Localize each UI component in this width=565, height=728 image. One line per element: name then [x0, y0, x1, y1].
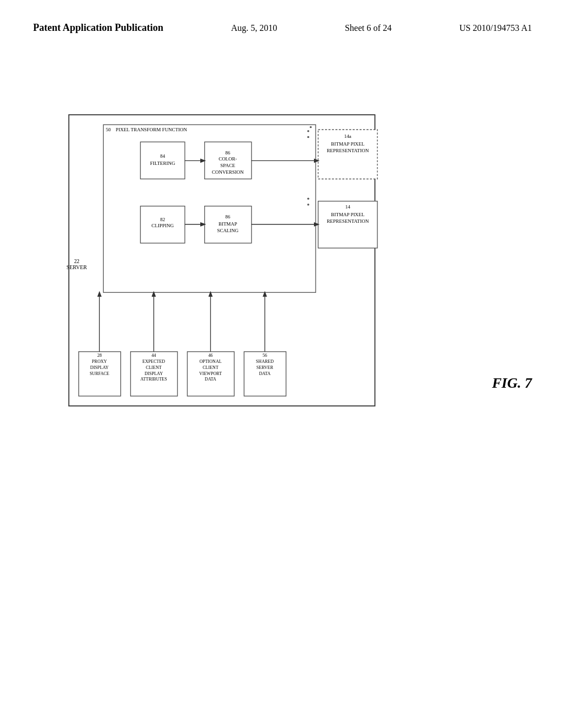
svg-text:OPTIONAL: OPTIONAL — [199, 359, 221, 364]
svg-point-62 — [307, 197, 310, 200]
svg-text:DISPLAY: DISPLAY — [145, 371, 163, 376]
svg-text:22: 22 — [74, 258, 79, 264]
svg-rect-5 — [205, 206, 252, 243]
svg-text:46: 46 — [209, 353, 213, 358]
svg-rect-2 — [140, 142, 185, 179]
svg-text:CLIENT: CLIENT — [146, 365, 162, 370]
svg-rect-10 — [187, 352, 234, 397]
svg-point-63 — [307, 204, 310, 206]
svg-rect-0 — [69, 115, 375, 406]
svg-text:SURFACE: SURFACE — [89, 371, 109, 376]
svg-text:SERVER: SERVER — [257, 365, 274, 370]
svg-text:86: 86 — [225, 214, 230, 220]
svg-text:REPRESENTATION: REPRESENTATION — [327, 148, 369, 153]
svg-text:CLIPPING: CLIPPING — [152, 223, 174, 228]
svg-text:CLIENT: CLIENT — [202, 365, 218, 370]
svg-rect-7 — [318, 201, 377, 248]
svg-point-59 — [307, 130, 310, 132]
svg-text:SHARED: SHARED — [256, 359, 274, 364]
svg-text:COLOR-: COLOR- — [218, 156, 237, 162]
svg-text:BITMAP PIXEL: BITMAP PIXEL — [331, 212, 365, 217]
svg-text:BITMAP PIXEL: BITMAP PIXEL — [331, 141, 365, 147]
sheet-info: Sheet 6 of 24 — [345, 23, 392, 33]
svg-rect-4 — [140, 206, 185, 243]
svg-rect-1 — [103, 125, 316, 292]
figure-label: FIG. 7 — [492, 375, 532, 392]
svg-rect-6 — [318, 130, 377, 179]
patent-number: US 2010/194753 A1 — [459, 23, 532, 33]
svg-text:SPACE: SPACE — [220, 163, 236, 168]
svg-rect-11 — [244, 352, 286, 397]
svg-rect-3 — [205, 142, 252, 179]
svg-text:DISPLAY: DISPLAY — [90, 365, 109, 370]
svg-text:86: 86 — [225, 150, 230, 156]
svg-text:ATTRIBUTES: ATTRIBUTES — [140, 377, 167, 382]
publication-date: Aug. 5, 2010 — [231, 23, 278, 33]
svg-text:82: 82 — [160, 217, 165, 222]
svg-text:44: 44 — [152, 353, 156, 358]
svg-text:BITMAP: BITMAP — [218, 221, 237, 227]
svg-rect-8 — [79, 352, 121, 397]
svg-text:PROXY: PROXY — [92, 359, 107, 364]
svg-text:28: 28 — [97, 353, 102, 358]
svg-text:14a: 14a — [344, 133, 351, 139]
svg-text:EXPECTED: EXPECTED — [142, 359, 165, 364]
svg-rect-9 — [131, 352, 178, 397]
svg-text:REPRESENTATION: REPRESENTATION — [327, 218, 369, 224]
publication-title: Patent Application Publication — [33, 22, 163, 34]
svg-text:SCALING: SCALING — [217, 228, 238, 233]
svg-text:VIEWPORT: VIEWPORT — [199, 371, 222, 376]
svg-text:PIXEL TRANSFORM FUNCTION: PIXEL TRANSFORM FUNCTION — [116, 127, 188, 132]
page-header: Patent Application Publication Aug. 5, 2… — [0, 0, 565, 34]
diagram-container: 22 SERVER 50 PIXEL TRANSFORM FUNCTION 84… — [44, 99, 419, 441]
svg-text:SERVER: SERVER — [67, 264, 87, 270]
svg-point-60 — [307, 136, 310, 138]
svg-text:CONVERSION: CONVERSION — [212, 169, 244, 175]
svg-text:14: 14 — [345, 204, 350, 210]
svg-text:50: 50 — [106, 127, 111, 132]
svg-text:FILTERING: FILTERING — [150, 160, 175, 166]
svg-text:84: 84 — [160, 153, 165, 159]
svg-text:56: 56 — [263, 353, 267, 358]
svg-point-61 — [310, 126, 312, 129]
svg-text:DATA: DATA — [259, 371, 271, 376]
svg-text:DATA: DATA — [205, 377, 216, 382]
